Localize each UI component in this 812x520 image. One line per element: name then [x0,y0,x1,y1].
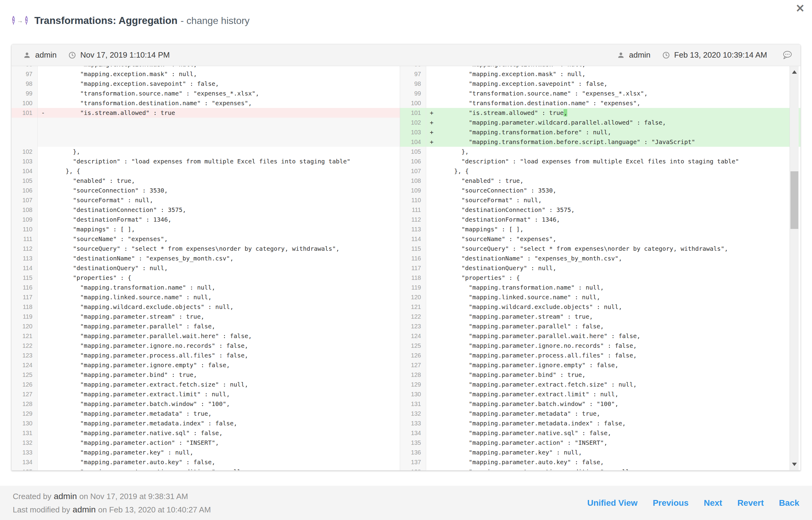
code-text: "mapping.parameter.ignore.empty" : false… [51,360,230,370]
diff-line: 101- "is.stream.allowed" : true [11,108,400,118]
diff-marker: + [426,108,439,118]
line-number: 108 [11,205,37,215]
diff-marker [37,312,51,321]
code-text: "mapping.parameter.metadata" : true, [51,409,212,418]
line-number: 130 [11,418,37,428]
diff-marker [37,399,51,409]
code-text: "mapping.parameter.parallel.wait.here" :… [51,331,252,341]
code-text: "mapping.parameter.batch.window" : "100"… [51,399,230,409]
diff-line: 132 "mapping.parameter.metadata" : true, [400,409,801,418]
created-by-user: admin [54,492,77,501]
diff-marker [37,467,51,470]
diff-line: 100 "transformation.destination.name" : … [400,98,801,108]
diff-marker [426,399,439,409]
diff-line: 109 "destinationFormat" : 1346, [11,215,400,224]
code-text: "mapping.parameter.action" : "INSERT", [439,438,608,447]
diff-line: 112 "sourceQuery" : "select * from expen… [11,244,400,254]
line-number: 129 [400,380,426,389]
diff-marker [37,88,51,98]
diff-line: 128 "mapping.parameter.batch.window" : "… [11,399,400,409]
code-text: "mappings" : [ ], [439,224,524,234]
comment-icon[interactable] [782,50,793,60]
diff-marker: - [37,108,51,118]
diff-marker [37,428,51,438]
previous-link[interactable]: Previous [653,498,689,508]
line-number: 117 [11,292,37,302]
close-icon[interactable]: ✕ [796,3,805,14]
diff-pane-old: 96 "mapping.exception.mask" : null,97 "m… [11,66,400,470]
diff-line: 96 "mapping.exception.mask" : null, [400,66,801,69]
line-number: 118 [11,302,37,312]
diff-line: 116 "mapping.transformation.name" : null… [11,283,400,292]
back-link[interactable]: Back [779,498,799,508]
diff-marker: + [426,137,439,147]
diff-line: 105 "enabled" : true, [11,176,400,186]
code-text: "destinationQuery" : null, [439,263,556,273]
diff-line: 113 "mappings" : [ ], [400,224,801,234]
diff-marker [426,224,439,234]
scrollbar-thumb[interactable] [790,171,798,229]
diff-marker [426,438,439,447]
diff-marker [426,370,439,380]
dialog-header: ANY → ANY Transformations: Aggregation- … [12,14,250,28]
code-text: "mapping.transformation.name" : null, [439,283,604,292]
diff-marker [426,321,439,331]
scroll-up-arrow[interactable] [792,70,797,74]
created-by-line: Created byadminon Nov 17, 2019 at 9:38:3… [13,490,211,503]
code-text: "mapping.parameter.stream" : true, [439,312,593,321]
diff-marker [426,409,439,418]
code-text: "destinationConnection" : 3575, [439,205,575,215]
diff-line: 115 "sourceQuery" : "select * from expen… [400,244,801,254]
code-text: "mapping.linked.source.name" : null, [439,292,600,302]
code-text: "mapping.parameter.ignore.no.records" : … [51,341,248,350]
diff-line: 97 "mapping.exception.mask" : null, [11,69,400,79]
line-number: 98 [11,79,37,88]
unified-view-link[interactable]: Unified View [587,498,638,508]
revert-link[interactable]: Revert [737,498,764,508]
diff-marker [426,467,439,470]
code-text: "mapping.parameter.metadata" : true, [439,409,600,418]
diff-marker [37,380,51,389]
code-text: "enabled" : true, [439,176,524,186]
diff-line: 118 "mapping.wildcard.exclude.objects" :… [11,302,400,312]
line-number: 110 [400,195,426,205]
diff-gap [11,118,400,147]
diff-marker [426,66,439,69]
diff-marker [426,186,439,195]
diff-line: 99 "transformation.source.name" : "expen… [400,88,801,98]
diff-marker [426,389,439,399]
vertical-scrollbar[interactable] [790,66,798,470]
line-number: 104 [11,166,37,176]
diff-marker [426,263,439,273]
line-number: 122 [11,341,37,350]
diff-line: 125 "mapping.parameter.bind" : true, [11,370,400,380]
diff-marker [426,147,439,156]
line-number: 135 [400,438,426,447]
code-text: "mapping.parameter.extract.limit" : null… [51,389,230,399]
code-text: "mapping.parameter.extract.fetch.size" :… [51,380,248,389]
line-number: 133 [400,418,426,428]
diff-line: 103 "description" : "load expenses from … [11,156,400,166]
code-text: "mapping.parameter.metadata.index" : fal… [51,418,237,428]
diff-line: 123 "mapping.parameter.parallel" : false… [400,321,801,331]
diff-line: 135 "mapping.parameter.action.conditions… [11,467,400,470]
diff-line: 108 "destinationConnection" : 3575, [11,205,400,215]
diff-marker [37,283,51,292]
next-link[interactable]: Next [704,498,722,508]
diff-line: 132 "mapping.parameter.action" : "INSERT… [11,438,400,447]
line-number: 108 [400,176,426,186]
diff-line: 101+ "is.stream.allowed" : true, [400,108,801,118]
line-number: 110 [11,224,37,234]
line-number: 106 [400,156,426,166]
diff-marker [37,418,51,428]
line-number: 128 [11,399,37,409]
line-number: 125 [400,341,426,350]
line-number: 124 [11,360,37,370]
line-number: 114 [400,234,426,244]
scroll-down-arrow[interactable] [792,463,797,466]
diff-marker [37,244,51,254]
code-text: "destinationName" : "expenses_by_month.c… [439,254,622,263]
diff-line: 98 "mapping.exception.savepoint" : false… [400,79,801,88]
diff-line: 110 "mappings" : [ ], [11,224,400,234]
code-text: "mapping.exception.savepoint" : false, [51,79,219,88]
